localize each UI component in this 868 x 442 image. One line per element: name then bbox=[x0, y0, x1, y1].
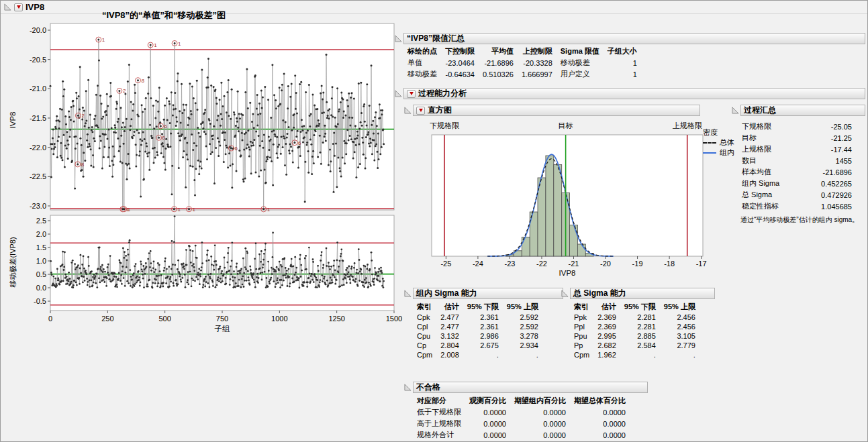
table-cell: 2.779 bbox=[660, 341, 700, 350]
legend-title: 密度 bbox=[703, 127, 718, 137]
table-cell: 0.0000 bbox=[510, 418, 570, 429]
table-cell: . bbox=[620, 350, 660, 360]
column-header: 估计 bbox=[593, 301, 620, 313]
summary-label: 稳定性指标 bbox=[742, 201, 779, 211]
ooc-flag-label: 6 bbox=[234, 146, 238, 152]
table-cell: 2.682 bbox=[593, 341, 620, 350]
summary-value: 1455 bbox=[836, 157, 852, 165]
table-row: Cp2.8042.6752.934 bbox=[413, 341, 542, 350]
table-cell: 0.0000 bbox=[465, 418, 510, 429]
y-tick-label: 0.0 bbox=[36, 284, 46, 292]
summary-row: 稳定性指标1.045685 bbox=[742, 201, 852, 212]
column-header: 平均值 bbox=[479, 46, 518, 57]
x-tick-label: 1250 bbox=[328, 315, 344, 323]
y-tick-label: 2.5 bbox=[36, 217, 46, 225]
moving-range-y-axis-title: 移动极差(IVP8) bbox=[9, 237, 17, 287]
ooc-flag-label: 6 bbox=[298, 140, 301, 146]
ooc-flag-label: 1 bbox=[178, 41, 181, 47]
disclosure-triangle[interactable] bbox=[395, 35, 402, 42]
x-tick-label: -18 bbox=[664, 260, 675, 268]
summary-value: -25.05 bbox=[831, 123, 852, 131]
summary-label: 上规格限 bbox=[742, 144, 771, 154]
histogram-header[interactable]: 直方图 bbox=[413, 105, 700, 116]
x-tick-label: 1000 bbox=[271, 315, 287, 323]
disclosure-triangle[interactable] bbox=[404, 107, 412, 114]
x-tick-label: 500 bbox=[158, 315, 171, 323]
capability-histogram[interactable]: 下规格限目标上规格限-25-24-23-22-21-20-19-18-17IVP… bbox=[413, 119, 728, 280]
ooc-flag-label: 1 bbox=[177, 207, 181, 213]
summary-value: 1.045685 bbox=[821, 203, 852, 211]
table-cell: 规格外合计 bbox=[413, 429, 465, 441]
disclosure-triangle[interactable] bbox=[404, 290, 412, 297]
table-row: Cpm1.962.. bbox=[570, 350, 700, 360]
limits-summary-header[interactable]: “IVP8”限值汇总 bbox=[403, 33, 865, 44]
table-cell: -23.0464 bbox=[441, 57, 479, 68]
within-sigma-header[interactable]: 组内 Sigma 能力 bbox=[413, 288, 563, 299]
y-tick-label: 1.0 bbox=[36, 257, 46, 265]
column-header: 观测百分比 bbox=[465, 395, 510, 406]
table-cell: 2.369 bbox=[593, 322, 620, 331]
table-cell: 0.510326 bbox=[479, 68, 518, 80]
table-cell: 2.456 bbox=[660, 322, 700, 331]
table-cell: 2.361 bbox=[463, 322, 503, 331]
summary-value: 0.452265 bbox=[821, 180, 852, 188]
control-chart[interactable]: “IVP8”的“单值”和“移动极差”图-20.0-20.5-21.0-21.5-… bbox=[5, 7, 407, 341]
table-cell: 0.0000 bbox=[570, 406, 630, 418]
summary-row: 目标-21.25 bbox=[742, 132, 852, 144]
target-line-label: 目标 bbox=[559, 121, 573, 129]
within-sigma-title: 组内 Sigma 能力 bbox=[416, 288, 477, 299]
usl-line-label: 上规格限 bbox=[673, 121, 703, 129]
table-cell: 0.0000 bbox=[570, 429, 630, 441]
table-cell: 2.885 bbox=[620, 331, 660, 341]
summary-row: 数目1455 bbox=[742, 155, 852, 166]
summary-label: 总 Sigma bbox=[742, 190, 772, 200]
table-cell: Cpl bbox=[413, 322, 436, 331]
table-cell: 单值 bbox=[403, 57, 441, 68]
nonconformance-title: 不合格 bbox=[416, 382, 440, 393]
table-cell: 1.962 bbox=[593, 350, 620, 360]
table-cell: 0.0000 bbox=[465, 429, 510, 441]
disclosure-triangle[interactable] bbox=[395, 90, 402, 97]
table-header-row: 索引估计95% 下限95% 上限 bbox=[570, 301, 700, 313]
table-cell: Ppu bbox=[570, 331, 593, 341]
table-cell: 2.477 bbox=[436, 313, 463, 322]
red-triangle-menu[interactable] bbox=[416, 107, 425, 115]
table-cell: 2.477 bbox=[436, 322, 463, 331]
table-cell: 2.584 bbox=[620, 341, 660, 350]
table-row: Cpm2.008.. bbox=[413, 350, 542, 360]
ooc-flag-label: 2 bbox=[81, 113, 85, 119]
overall-sigma-header[interactable]: 总 Sigma 能力 bbox=[570, 288, 715, 299]
summary-value: -21.25 bbox=[831, 134, 852, 142]
capability-title: 过程能力分析 bbox=[418, 88, 467, 99]
summary-label: 样本均值 bbox=[742, 167, 771, 177]
process-summary-header[interactable]: 过程汇总 bbox=[740, 105, 865, 116]
histogram-legend: 密度 总体 组内 bbox=[703, 127, 734, 158]
summary-value: -21.6896 bbox=[823, 168, 852, 176]
column-header: 估计 bbox=[436, 301, 463, 313]
disclosure-triangle[interactable] bbox=[404, 384, 412, 391]
nonconformance-header[interactable]: 不合格 bbox=[413, 382, 648, 393]
ooc-flag-label: 1 bbox=[154, 42, 157, 48]
limits-summary-table: 标绘的点下控制限平均值上控制限Sigma 限值子组大小单值-23.0464-21… bbox=[403, 46, 641, 80]
x-tick-label: 0 bbox=[48, 315, 52, 323]
histogram-x-axis-title: IVP8 bbox=[559, 269, 576, 277]
table-row: Ppl2.3692.2812.456 bbox=[570, 322, 700, 331]
column-header: 索引 bbox=[413, 301, 436, 313]
disclosure-triangle[interactable] bbox=[561, 290, 569, 297]
table-cell: 2.592 bbox=[503, 322, 542, 331]
x-tick-label: -21 bbox=[569, 260, 579, 268]
ooc-flag-label: 6 bbox=[162, 135, 166, 141]
table-cell: 0.0000 bbox=[465, 406, 510, 418]
x-tick-label: 750 bbox=[216, 315, 228, 323]
red-triangle-menu[interactable] bbox=[407, 90, 416, 98]
column-header: 子组大小 bbox=[604, 46, 641, 57]
disclosure-triangle[interactable] bbox=[732, 107, 739, 114]
y-tick-label: 0.5 bbox=[36, 270, 46, 278]
capability-header[interactable]: 过程能力分析 bbox=[403, 88, 865, 99]
column-header: 95% 上限 bbox=[660, 301, 700, 313]
table-row: 低于下规格限0.00000.00000.0000 bbox=[413, 406, 630, 418]
table-cell: 3.132 bbox=[436, 331, 463, 341]
table-row: Ppu2.9952.8853.105 bbox=[570, 331, 700, 341]
table-row: 高于上规格限0.00000.00000.0000 bbox=[413, 418, 630, 429]
ooc-flag-label: 8 bbox=[81, 162, 85, 168]
